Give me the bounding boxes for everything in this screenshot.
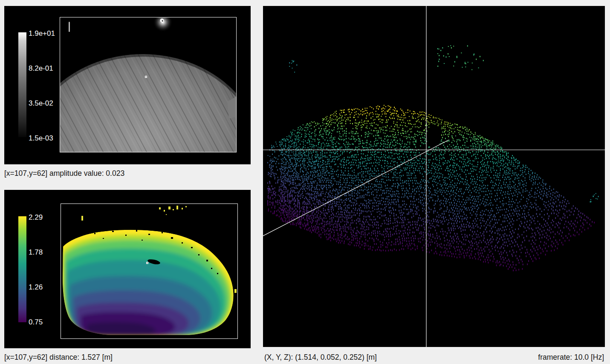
distance-status: [x=107,y=62] distance: 1.527 [m]	[4, 353, 113, 361]
distance-image[interactable]	[61, 203, 238, 339]
pixel-cursor-marker	[146, 262, 148, 264]
distance-colorbar-tick: 1.26	[29, 284, 43, 291]
pixel-cursor-marker	[145, 76, 147, 78]
tof-viewer-window: 1.9e+01 8.2e-01 3.5e-02 1.5e-03	[0, 0, 610, 364]
distance-panel: 2.29 1.78 1.26 0.75	[4, 190, 251, 348]
pointcloud-panel[interactable]	[263, 6, 605, 347]
noise-streak	[69, 22, 70, 32]
distance-colorbar-tick: 2.29	[29, 214, 43, 221]
pointcloud-xyz-status: (X, Y, Z): (1.514, 0.052, 0.252) [m]	[264, 353, 377, 361]
amplitude-image[interactable]	[60, 17, 237, 152]
amplitude-colorbar-tick: 1.9e+01	[29, 30, 55, 37]
distance-colorbar-tick: 1.78	[29, 249, 43, 256]
amplitude-colorbar	[18, 32, 26, 137]
amplitude-colorbar-tick: 8.2e-01	[29, 65, 53, 72]
amplitude-colorbar-tick: 1.5e-03	[29, 135, 53, 142]
pointcloud-dots	[267, 45, 599, 271]
pointcloud-canvas[interactable]	[263, 6, 605, 347]
amplitude-status: [x=107,y=62] amplitude value: 0.023	[4, 169, 124, 178]
amplitude-colorbar-tick: 3.5e-02	[29, 100, 53, 107]
distance-colorbar	[18, 216, 26, 322]
framerate-status: framerate: 10.0 [Hz]	[448, 353, 604, 361]
amplitude-panel: 1.9e+01 8.2e-01 3.5e-02 1.5e-03	[4, 6, 251, 164]
distance-colorbar-tick: 0.75	[29, 318, 43, 326]
